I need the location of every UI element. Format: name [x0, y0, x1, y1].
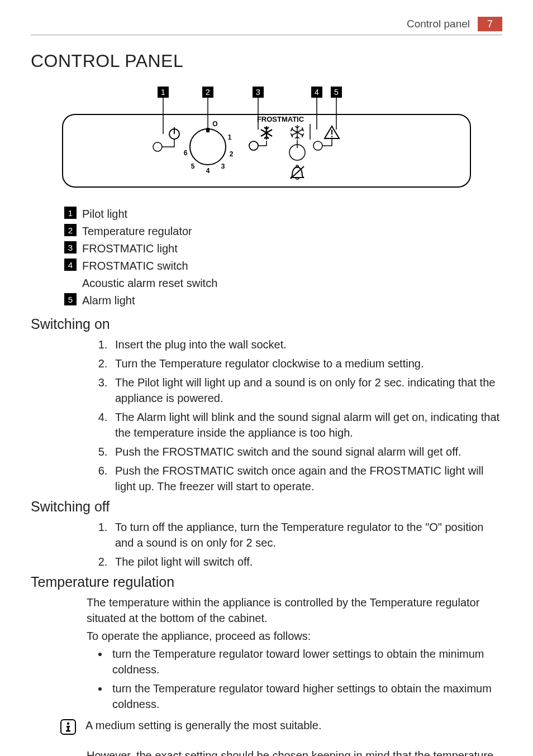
legend-number: 2 — [64, 224, 77, 236]
legend-number: 4 — [64, 259, 77, 271]
heading-temperature-regulation: Temperature regulation — [31, 574, 502, 590]
legend-item: 5 Alarm light — [64, 293, 502, 308]
step-item: Push the FROSTMATIC switch and the sound… — [111, 444, 502, 460]
svg-point-14 — [190, 129, 226, 165]
svg-text:4: 4 — [206, 167, 210, 175]
callout-2: 2 — [206, 88, 210, 97]
info-text: A medium setting is generally the most s… — [85, 717, 321, 733]
step-item: Insert the plug into the wall socket. — [111, 337, 502, 352]
svg-text:1: 1 — [228, 133, 232, 141]
frostmatic-label: FROSTMATIC — [257, 115, 304, 123]
control-panel-diagram: 1 2 3 4 5 — [31, 84, 502, 195]
legend-item: 2 Temperature regulator — [64, 224, 502, 239]
svg-point-37 — [331, 136, 332, 137]
svg-rect-15 — [206, 128, 210, 132]
legend-label: Alarm light — [82, 293, 135, 308]
callout-3: 3 — [256, 88, 260, 97]
step-item: Turn the Temperature regulator clockwise… — [111, 356, 502, 371]
legend-label: FROSTMATIC light — [82, 241, 178, 256]
callout-1: 1 — [161, 88, 165, 97]
legend-number: 1 — [64, 207, 77, 219]
legend-item: 3 FROSTMATIC light — [64, 241, 502, 256]
info-icon — [60, 719, 77, 738]
temp-reg-bullets: turn the Temperature regulator toward lo… — [93, 646, 502, 712]
power-icon — [153, 127, 179, 151]
legend-list: 1 Pilot light 2 Temperature regulator 3 … — [64, 207, 502, 308]
svg-text:3: 3 — [221, 162, 225, 170]
legend-label: FROSTMATIC switch — [82, 259, 188, 274]
svg-point-38 — [313, 141, 322, 150]
svg-text:6: 6 — [184, 149, 188, 157]
step-item: The Pilot light will light up and a soun… — [111, 375, 502, 406]
info-note: A medium setting is generally the most s… — [60, 717, 502, 738]
svg-rect-46 — [66, 730, 70, 732]
legend-sublabel: Acoustic alarm reset switch — [82, 276, 502, 291]
step-item: To turn off the appliance, turn the Temp… — [111, 519, 502, 551]
legend-number: 3 — [64, 241, 77, 253]
svg-text:5: 5 — [191, 162, 195, 170]
temp-reg-paragraph: The temperature within the appliance is … — [87, 595, 502, 626]
snowflake-outline-icon — [291, 125, 304, 140]
temp-reg-paragraph: However, the exact setting should be cho… — [87, 748, 502, 756]
header-section-title: Control panel — [407, 18, 470, 30]
page-header: Control panel 7 — [31, 17, 502, 35]
callout-5: 5 — [334, 88, 339, 97]
switching-on-steps: Insert the plug into the wall socket. Tu… — [95, 337, 502, 494]
step-item: Push the FROSTMATIC switch once again an… — [111, 463, 502, 494]
svg-point-31 — [249, 141, 258, 150]
temperature-dial-icon: O 1 2 3 4 5 6 — [184, 120, 234, 175]
svg-point-43 — [67, 722, 69, 725]
heading-switching-off: Switching off — [31, 499, 502, 515]
svg-text:O: O — [212, 120, 217, 128]
bell-mute-icon — [291, 165, 304, 179]
callout-4: 4 — [315, 88, 319, 97]
temp-reg-paragraph: To operate the appliance, proceed as fol… — [87, 628, 502, 644]
snowflake-solid-icon — [249, 126, 272, 150]
heading-switching-on: Switching on — [31, 316, 502, 332]
step-item: The pilot light will switch off. — [111, 554, 502, 570]
bullet-item: turn the Temperature regulator toward hi… — [109, 681, 502, 712]
legend-item: 1 Pilot light — [64, 207, 502, 222]
switching-off-steps: To turn off the appliance, turn the Temp… — [95, 519, 502, 570]
legend-number: 5 — [64, 293, 77, 305]
step-item: The Alarm light will blink and the sound… — [111, 409, 502, 441]
legend-label: Pilot light — [82, 207, 127, 222]
page-number-badge: 7 — [478, 17, 502, 31]
warning-triangle-icon — [313, 126, 339, 150]
legend-item: 4 FROSTMATIC switch — [64, 259, 502, 274]
svg-point-13 — [153, 142, 162, 151]
legend-label: Temperature regulator — [82, 224, 192, 239]
page-title: CONTROL PANEL — [31, 51, 502, 71]
svg-rect-10 — [63, 114, 470, 187]
bullet-item: turn the Temperature regulator toward lo… — [109, 646, 502, 677]
svg-text:2: 2 — [230, 150, 234, 158]
